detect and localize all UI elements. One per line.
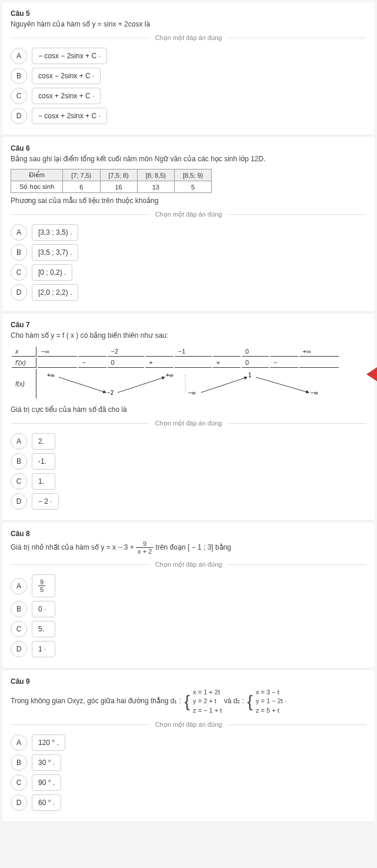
question-substem: Giá trị cực tiểu của hàm số đã cho là xyxy=(11,405,366,414)
option-a[interactable]: A120 ° . xyxy=(11,734,366,751)
option-b[interactable]: B0 · xyxy=(11,601,366,617)
table-cell xyxy=(270,347,298,357)
instruction-text: Chọn một đáp án đúng xyxy=(149,721,228,729)
table-header: [8,5; 9) xyxy=(175,169,212,181)
option-letter[interactable]: B xyxy=(11,453,27,470)
table-cell: 6 xyxy=(63,181,100,193)
left-brace-icon: { xyxy=(247,693,252,710)
svg-text:−∞: −∞ xyxy=(311,390,318,396)
option-d[interactable]: D− cosx + 2sinx + C · xyxy=(11,108,366,124)
equation-system: x = 3 − t y = 1 − 2t · z = 5 + t xyxy=(256,688,286,715)
option-value[interactable]: 60 ° . xyxy=(32,794,61,811)
option-letter[interactable]: D xyxy=(11,493,27,510)
option-b[interactable]: Bcosx − 2sinx + C · xyxy=(11,68,366,84)
option-d[interactable]: D60 ° . xyxy=(11,794,366,811)
table-cell: 0 xyxy=(108,358,145,368)
question-title: Câu 6 xyxy=(11,144,366,152)
option-value[interactable]: − cosx − 2sinx + C · xyxy=(32,48,107,64)
option-value[interactable]: − cosx + 2sinx + C · xyxy=(32,108,107,124)
fraction-denominator: x + 2 xyxy=(136,548,154,555)
option-value[interactable]: 95 xyxy=(32,574,55,597)
equation-line: z = − 1 + t xyxy=(193,706,222,715)
option-d[interactable]: D1 · xyxy=(11,641,366,657)
option-c[interactable]: C90 ° . xyxy=(11,774,366,791)
table-cell xyxy=(78,347,106,357)
option-letter[interactable]: C xyxy=(11,621,27,637)
question-stem: Trong không gian Oxyz, góc giữa hai đườn… xyxy=(11,688,366,715)
svg-line-9 xyxy=(256,377,309,393)
option-letter[interactable]: C xyxy=(11,473,27,490)
option-a[interactable]: A2. xyxy=(11,433,366,450)
question-title: Câu 5 xyxy=(11,9,366,18)
option-a[interactable]: A95 xyxy=(11,574,366,597)
option-letter[interactable]: A xyxy=(11,578,27,594)
option-letter[interactable]: B xyxy=(11,244,27,261)
option-letter[interactable]: B xyxy=(11,68,27,84)
table-cell xyxy=(145,347,173,357)
option-b[interactable]: B[3,5 ; 3,7) . xyxy=(11,244,366,261)
option-value[interactable]: 90 ° . xyxy=(32,774,61,791)
option-value[interactable]: -1. xyxy=(32,453,55,470)
question-7: Câu 7 Cho hàm số y = f ( x ) có bảng biế… xyxy=(2,314,375,520)
option-value[interactable]: [3,3 ; 3,5) . xyxy=(32,224,78,241)
option-letter[interactable]: D xyxy=(11,641,27,657)
table-cell: − xyxy=(270,358,298,368)
option-b[interactable]: B30 ° . xyxy=(11,754,366,771)
option-letter[interactable]: C xyxy=(11,264,27,281)
option-letter[interactable]: D xyxy=(11,794,27,811)
equation-system: x = 1 + 2t y = 2 + t z = − 1 + t xyxy=(193,688,222,715)
stem-text: và d₂ : xyxy=(224,697,246,705)
table-cell: 0 xyxy=(242,358,269,368)
option-value[interactable]: 5. xyxy=(32,621,55,637)
option-letter[interactable]: B xyxy=(11,754,27,771)
option-c[interactable]: Ccosx + 2sinx + C · xyxy=(11,88,366,104)
option-a[interactable]: A− cosx − 2sinx + C · xyxy=(11,48,366,64)
option-b[interactable]: B-1. xyxy=(11,453,366,470)
divider xyxy=(11,423,149,424)
option-letter[interactable]: C xyxy=(11,774,27,791)
option-letter[interactable]: A xyxy=(11,48,27,64)
option-value[interactable]: 1. xyxy=(32,473,55,490)
svg-text:−∞: −∞ xyxy=(188,390,196,396)
question-title: Câu 9 xyxy=(11,677,366,686)
option-d[interactable]: D− 2 · xyxy=(11,493,366,510)
option-value[interactable]: [3,5 ; 3,7) . xyxy=(32,244,78,261)
table-cell xyxy=(175,358,212,368)
option-value[interactable]: cosx − 2sinx + C · xyxy=(32,68,101,84)
fraction-numerator: 9 xyxy=(136,540,154,548)
option-letter[interactable]: D xyxy=(11,284,27,301)
instruction-row: Chọn một đáp án đúng xyxy=(11,34,366,42)
option-letter[interactable]: A xyxy=(11,224,27,241)
option-letter[interactable]: A xyxy=(11,433,27,450)
svg-line-7 xyxy=(201,377,247,393)
table-header: [7,5; 8) xyxy=(100,169,137,181)
option-value[interactable]: [2,0 ; 2,2) . xyxy=(32,284,78,301)
svg-text:+∞: +∞ xyxy=(47,372,55,378)
option-value[interactable]: 30 ° . xyxy=(32,754,61,771)
fraction-numerator: 9 xyxy=(38,578,45,586)
option-value[interactable]: 2. xyxy=(32,433,55,450)
option-letter[interactable]: D xyxy=(11,108,27,124)
option-value[interactable]: − 2 · xyxy=(32,493,59,510)
option-c[interactable]: C1. xyxy=(11,473,366,490)
option-c[interactable]: C[0 ; 0,2) . xyxy=(11,264,366,281)
option-value[interactable]: cosx + 2sinx + C · xyxy=(32,88,101,104)
option-value[interactable]: 1 · xyxy=(32,641,55,657)
divider xyxy=(228,724,366,725)
option-value[interactable]: 0 · xyxy=(32,601,55,617)
table-header: Điểm xyxy=(11,169,63,181)
svg-line-3 xyxy=(118,377,165,393)
option-letter[interactable]: A xyxy=(11,734,27,751)
equation-line: y = 1 − 2t · xyxy=(256,697,286,706)
option-letter[interactable]: C xyxy=(11,88,27,104)
svg-text:−2: −2 xyxy=(107,390,114,396)
option-a[interactable]: A[3,3 ; 3,5) . xyxy=(11,224,366,241)
option-value[interactable]: 120 ° . xyxy=(32,734,65,751)
variation-svg: +∞ −2 +∞ −∞ 1 −∞ xyxy=(41,370,335,396)
option-c[interactable]: C5. xyxy=(11,621,366,637)
option-d[interactable]: D[2,0 ; 2,2) . xyxy=(11,284,366,301)
option-value[interactable]: [0 ; 0,2) . xyxy=(32,264,72,281)
table-cell xyxy=(213,347,241,357)
table-cell xyxy=(299,358,339,368)
option-letter[interactable]: B xyxy=(11,601,27,617)
